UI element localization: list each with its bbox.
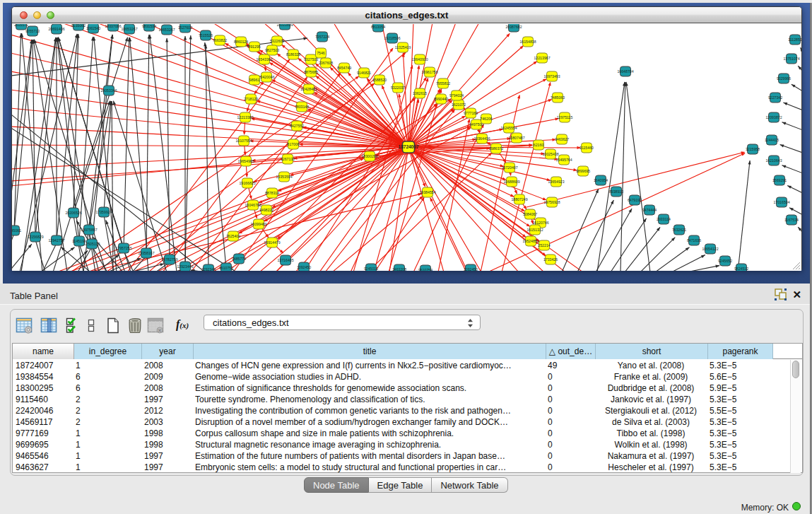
svg-text:20206526: 20206526: [65, 211, 81, 215]
svg-text:9485779: 9485779: [232, 257, 246, 261]
svg-text:3215958: 3215958: [746, 147, 760, 151]
svg-text:1588520: 1588520: [372, 78, 387, 82]
svg-text:13353594: 13353594: [276, 175, 292, 179]
svg-text:8938913: 8938913: [609, 189, 623, 194]
svg-text:1244415: 1244415: [765, 138, 779, 142]
svg-text:10688609: 10688609: [503, 180, 519, 184]
svg-text:7632621: 7632621: [672, 228, 686, 232]
svg-text:9245652: 9245652: [718, 259, 732, 263]
svg-text:1621072: 1621072: [452, 103, 466, 107]
svg-text:19524851: 19524851: [522, 239, 539, 243]
svg-text:17359924: 17359924: [95, 210, 112, 214]
svg-text:19384554: 19384554: [419, 190, 435, 194]
svg-text:8454749: 8454749: [337, 66, 351, 70]
svg-text:19218506: 19218506: [384, 36, 400, 40]
svg-text:2605571: 2605571: [14, 24, 28, 27]
svg-text:10653267: 10653267: [121, 27, 137, 31]
svg-text:16099489: 16099489: [250, 222, 266, 226]
svg-text:13654923: 13654923: [548, 180, 564, 184]
svg-text:2986372: 2986372: [489, 146, 503, 151]
svg-text:7625402: 7625402: [226, 234, 240, 238]
svg-text:13716485: 13716485: [277, 258, 293, 262]
svg-text:10107554: 10107554: [235, 139, 252, 143]
svg-text:1463208: 1463208: [392, 267, 406, 271]
svg-text:16961758: 16961758: [421, 70, 437, 74]
svg-text:9827503: 9827503: [265, 48, 279, 52]
svg-text:817006: 817006: [287, 142, 299, 146]
svg-text:16648784: 16648784: [617, 69, 633, 74]
svg-text:16151312: 16151312: [526, 228, 543, 232]
svg-text:62160: 62160: [534, 143, 544, 147]
svg-text:18807249: 18807249: [511, 197, 527, 201]
svg-text:16046788: 16046788: [245, 203, 261, 207]
svg-text:8875685: 8875685: [304, 70, 318, 74]
svg-text:8186328: 8186328: [286, 52, 300, 57]
svg-text:9474444: 9474444: [642, 208, 657, 212]
svg-text:1640954: 1640954: [594, 178, 608, 182]
svg-text:10653267: 10653267: [158, 28, 175, 32]
svg-text:19654985: 19654985: [237, 159, 254, 163]
svg-text:1167534: 1167534: [784, 218, 799, 222]
svg-text:7955812: 7955812: [436, 81, 450, 86]
svg-text:9824512: 9824512: [734, 267, 748, 271]
svg-text:8427552: 8427552: [290, 124, 304, 128]
svg-text:20387682: 20387682: [505, 25, 522, 29]
svg-text:17957255: 17957255: [115, 246, 131, 250]
svg-text:9329966: 9329966: [777, 76, 791, 81]
svg-text:12505135: 12505135: [83, 242, 100, 246]
svg-text:19166825: 19166825: [239, 181, 255, 185]
svg-text:12942757: 12942757: [48, 238, 64, 243]
svg-text:1112853: 1112853: [788, 37, 801, 42]
svg-text:22428481: 22428481: [300, 87, 317, 91]
svg-text:19975887: 19975887: [81, 228, 97, 232]
svg-text:9794024: 9794024: [449, 93, 464, 98]
svg-text:8135062: 8135062: [71, 24, 86, 28]
svg-text:8860124: 8860124: [234, 40, 248, 44]
svg-text:2933114: 2933114: [657, 217, 671, 221]
svg-text:10973493: 10973493: [543, 74, 560, 78]
svg-text:20691406: 20691406: [48, 27, 64, 31]
svg-text:10025438: 10025438: [542, 152, 558, 156]
svg-text:18300295: 18300295: [361, 154, 377, 158]
svg-text:11325419: 11325419: [395, 45, 411, 49]
svg-text:✕: ✕: [158, 328, 162, 333]
svg-text:15495764: 15495764: [555, 158, 572, 162]
svg-text:9777169: 9777169: [464, 111, 478, 115]
svg-text:15720407: 15720407: [501, 165, 517, 170]
svg-text:16210643: 16210643: [765, 158, 782, 163]
svg-text:7485063: 7485063: [551, 95, 565, 100]
svg-text:16245554: 16245554: [500, 126, 517, 130]
svg-text:1061540: 1061540: [86, 26, 100, 30]
svg-text:16914479: 16914479: [264, 240, 280, 245]
svg-text:5084067: 5084067: [523, 212, 537, 216]
svg-text:252214: 252214: [538, 243, 550, 247]
svg-text:9899695: 9899695: [576, 169, 590, 173]
svg-text:12213383: 12213383: [237, 115, 253, 119]
svg-text:16033809: 16033809: [276, 24, 293, 27]
svg-text:13640910: 13640910: [411, 57, 428, 62]
svg-text:12093872: 12093872: [765, 115, 782, 119]
svg-text:20364436: 20364436: [473, 136, 490, 141]
svg-text:1092450: 1092450: [297, 265, 311, 269]
svg-text:9115460: 9115460: [579, 146, 594, 150]
svg-text:8990443: 8990443: [434, 97, 448, 101]
svg-text:12923446: 12923446: [177, 264, 193, 269]
svg-text:16120746: 16120746: [532, 221, 548, 225]
svg-text:1733426: 1733426: [543, 257, 558, 262]
svg-text:12213967: 12213967: [534, 56, 550, 60]
svg-text:1292344: 1292344: [201, 267, 216, 271]
svg-text:9610752: 9610752: [219, 266, 233, 270]
svg-text:10807487: 10807487: [508, 136, 524, 140]
svg-text:7663822: 7663822: [213, 38, 227, 42]
svg-text:1527602: 1527602: [178, 25, 192, 30]
svg-text:10654122: 10654122: [702, 247, 718, 251]
svg-text:2367608: 2367608: [319, 61, 333, 65]
svg-text:20053346: 20053346: [100, 88, 117, 93]
svg-text:17016504: 17016504: [773, 200, 789, 204]
svg-text:1362615: 1362615: [413, 91, 427, 95]
svg-text:891295: 891295: [248, 45, 260, 49]
svg-text:5322037: 5322037: [391, 86, 405, 90]
svg-text:16154838: 16154838: [519, 40, 536, 44]
svg-text:9055713: 9055713: [25, 29, 40, 33]
svg-text:9245012: 9245012: [364, 267, 378, 271]
